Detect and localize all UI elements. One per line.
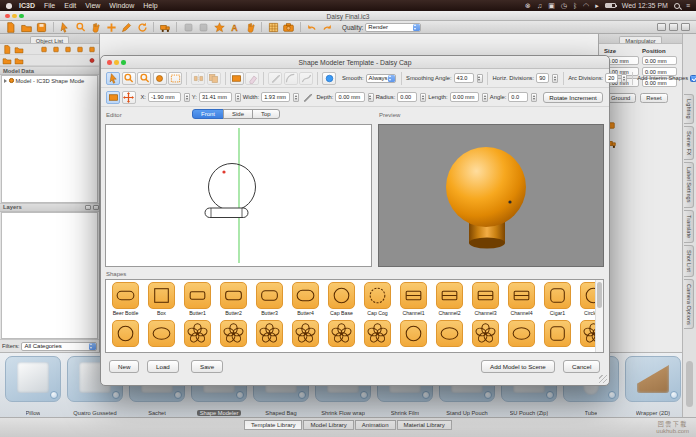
erase-tool-button[interactable] xyxy=(245,72,259,85)
shape-thumbnail-icon[interactable] xyxy=(400,320,427,347)
menu-list-icon[interactable]: ≡ xyxy=(686,2,690,9)
template-pillow[interactable]: Pillow xyxy=(4,356,62,414)
angle-field[interactable]: 0.0 xyxy=(508,92,528,102)
scrollbar-thumb[interactable] xyxy=(597,282,602,308)
shape-ellipse[interactable] xyxy=(432,320,467,347)
spline-tool-button[interactable] xyxy=(299,72,313,85)
dialog-titlebar[interactable]: Shape Modeler Template - Daisy Cap xyxy=(101,56,609,69)
shape-thumbnail-icon[interactable] xyxy=(256,282,283,309)
shape-ellipse[interactable] xyxy=(504,320,539,347)
side-tab-camera-options[interactable]: Camera Options xyxy=(684,279,694,330)
stepper-icon[interactable] xyxy=(235,93,241,102)
editor-canvas[interactable] xyxy=(105,124,372,267)
load-button[interactable]: Load xyxy=(147,360,179,373)
stepper-icon[interactable] xyxy=(184,93,190,102)
pan-tool-icon[interactable] xyxy=(89,22,102,33)
shape-thumbnail-icon[interactable] xyxy=(220,282,247,309)
depth-field[interactable]: 0.00 mm xyxy=(335,92,364,102)
undo-icon[interactable] xyxy=(305,22,318,33)
shape-thumbnail-icon[interactable] xyxy=(436,320,463,347)
shape-flower[interactable] xyxy=(468,320,503,347)
width-field[interactable]: 1.93 mm xyxy=(261,92,290,102)
align-tool-icon[interactable] xyxy=(182,22,195,33)
mirror-tool-button[interactable] xyxy=(191,72,205,85)
shape-flower[interactable] xyxy=(360,320,395,347)
stepper-icon[interactable] xyxy=(477,74,483,83)
left-folder-2-icon[interactable] xyxy=(14,56,24,65)
arc-tool-button[interactable] xyxy=(284,72,298,85)
left-icon-4-icon[interactable] xyxy=(75,45,85,54)
stepper-icon[interactable] xyxy=(552,74,558,83)
template-thumbnail[interactable] xyxy=(625,356,681,402)
add-layer-icon[interactable] xyxy=(85,205,91,210)
volume-icon[interactable]: ♫ xyxy=(537,2,542,9)
shape-thumbnail-icon[interactable] xyxy=(400,282,427,309)
shape-cap-cog[interactable]: Cap Cog xyxy=(360,282,395,316)
library-tab-animation[interactable]: Animation xyxy=(355,420,396,430)
reset-button[interactable]: Reset xyxy=(640,93,667,103)
shape-thumbnail-icon[interactable] xyxy=(508,320,535,347)
left-icon-new-icon[interactable] xyxy=(2,45,12,54)
shape-roundsquare[interactable] xyxy=(540,320,575,347)
new-file-icon[interactable] xyxy=(4,22,17,33)
shape-thumbnail-icon[interactable] xyxy=(292,282,319,309)
open-file-icon[interactable] xyxy=(20,22,33,33)
shape-flower[interactable] xyxy=(324,320,359,347)
tab-manipulator[interactable]: Manipulator xyxy=(619,36,661,44)
shape-thumbnail-icon[interactable] xyxy=(148,282,175,309)
shape-butter4[interactable]: Butter4 xyxy=(288,282,323,316)
shape-thumbnail-icon[interactable] xyxy=(508,282,535,309)
scrollbar-thumb[interactable] xyxy=(686,361,693,407)
view-tab-front[interactable]: Front xyxy=(192,109,224,119)
redo-icon[interactable] xyxy=(321,22,334,33)
side-tab-lighting[interactable]: Lighting xyxy=(684,94,694,124)
shape-box[interactable]: Box xyxy=(144,282,179,316)
remove-layer-icon[interactable] xyxy=(93,205,99,210)
stepper-icon[interactable] xyxy=(368,93,374,102)
layers-list[interactable] xyxy=(1,212,98,340)
shape-flower[interactable] xyxy=(216,320,251,347)
stepper-icon[interactable] xyxy=(482,93,488,102)
search-view-icon[interactable] xyxy=(681,23,690,31)
left-folder-1-icon[interactable] xyxy=(2,56,12,65)
shape-channel1[interactable]: Channel1 xyxy=(396,282,431,316)
preview-viewport[interactable] xyxy=(378,124,604,267)
zoom-in-tool-button[interactable] xyxy=(122,72,136,85)
side-tab-shot-list[interactable]: Shot List xyxy=(684,245,694,277)
list-view-icon[interactable] xyxy=(669,23,678,31)
battery-icon[interactable] xyxy=(605,3,616,8)
library-tab-template-library[interactable]: Template Library xyxy=(244,420,302,430)
side-tab-scene-fx[interactable]: Scene FX xyxy=(684,126,694,161)
menu-clock[interactable]: Wed 12:35 PM xyxy=(622,2,668,9)
grid-view-icon[interactable] xyxy=(657,23,666,31)
left-icon-open-icon[interactable] xyxy=(14,45,24,54)
left-icon-5-icon[interactable] xyxy=(87,45,97,54)
shape-thumbnail-icon[interactable] xyxy=(328,282,355,309)
transform-tool-icon[interactable] xyxy=(159,22,172,33)
zoom-tool-icon[interactable] xyxy=(74,22,87,33)
add-model-to-scene-button[interactable]: Add Model to Scene xyxy=(481,360,555,373)
shape-butter1[interactable]: Butter1 xyxy=(180,282,215,316)
shape-thumbnail-icon[interactable] xyxy=(472,320,499,347)
shape-thumbnail-icon[interactable] xyxy=(256,320,283,347)
model-tree[interactable]: Model - IC3D Shape Mode xyxy=(1,75,98,203)
display-icon[interactable]: ▣ xyxy=(548,2,555,9)
shape-butter3[interactable]: Butter3 xyxy=(252,282,287,316)
save-button[interactable]: Save xyxy=(191,360,223,373)
zoom-region-tool-button[interactable] xyxy=(137,72,151,85)
shape-thumbnail-icon[interactable] xyxy=(472,282,499,309)
shape-thumbnail-icon[interactable] xyxy=(148,320,175,347)
smooth-select[interactable]: Always xyxy=(366,74,397,83)
duplicate-tool-button[interactable] xyxy=(207,72,221,85)
edit-tool-icon[interactable] xyxy=(120,22,133,33)
shape-thumbnail-icon[interactable] xyxy=(544,320,571,347)
add-object-icon[interactable] xyxy=(105,22,118,33)
shape-thumbnail-icon[interactable] xyxy=(328,320,355,347)
library-tab-model-library[interactable]: Model Library xyxy=(303,420,353,430)
menu-help[interactable]: Help xyxy=(143,2,157,9)
shape-thumbnail-icon[interactable] xyxy=(220,320,247,347)
shape-thumbnail-icon[interactable] xyxy=(364,320,391,347)
add-interim-checkbox[interactable] xyxy=(690,75,696,82)
save-file-icon[interactable] xyxy=(35,22,48,33)
shape-circle[interactable] xyxy=(108,320,143,347)
